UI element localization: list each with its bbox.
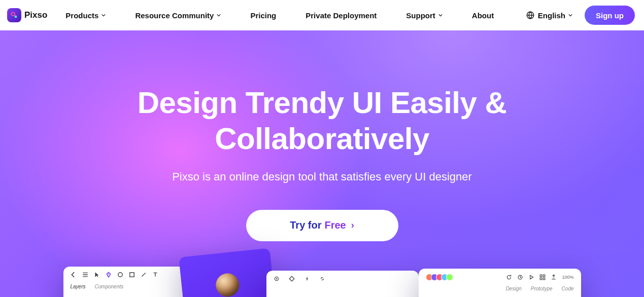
tab-layers: Layers: [71, 284, 86, 289]
nav-label: About: [472, 11, 494, 20]
nav-label: Pricing: [250, 11, 276, 20]
nav-about[interactable]: About: [472, 11, 494, 20]
hero-subtitle: Pixso is an online design tool that sati…: [0, 170, 644, 183]
component-icon: [289, 276, 295, 282]
hero-title-line2: Collaboratively: [215, 122, 429, 156]
menu-icon: [82, 272, 88, 278]
nav-items: Products Resource Community Pricing Priv…: [65, 11, 494, 20]
logo-icon: [7, 8, 21, 22]
sphere-graphic: [215, 272, 241, 297]
svg-point-4: [118, 273, 122, 277]
hero-title: Design Trendy UI Easily & Collaborativel…: [0, 30, 644, 157]
avatar: [436, 274, 443, 281]
avatar: [446, 274, 453, 281]
square-icon: [129, 272, 135, 278]
svg-point-8: [519, 275, 523, 279]
brand-name: Pixso: [24, 10, 47, 20]
collaborator-avatars: [426, 274, 453, 281]
svg-point-3: [108, 274, 109, 275]
globe-icon: [526, 11, 535, 20]
zoom-level: 100%: [562, 275, 573, 280]
pen-icon: [106, 272, 112, 278]
svg-rect-10: [544, 275, 546, 277]
nav-right: English Sign up: [526, 6, 635, 25]
svg-rect-11: [540, 278, 543, 280]
link-icon: [319, 276, 325, 282]
avatar: [441, 274, 448, 281]
mockup-right-toolbar: 100%: [506, 274, 573, 280]
chevron-left-icon: [71, 272, 77, 278]
text-icon: [152, 272, 158, 278]
nav-support[interactable]: Support: [406, 11, 443, 20]
svg-point-6: [275, 277, 278, 280]
bolt-icon: [304, 276, 310, 282]
mockup-mid-panel: UI Designer: [266, 271, 419, 297]
tab-components: Components: [95, 284, 124, 289]
svg-point-1: [15, 16, 17, 18]
nav-label: Support: [406, 11, 435, 20]
cta-text-2: Free: [325, 219, 346, 231]
mockup-mid-toolbar: [274, 276, 412, 282]
avatar: [431, 274, 438, 281]
chevron-down-icon: [101, 13, 106, 17]
chevron-down-icon: [438, 13, 443, 17]
signup-label: Sign up: [596, 11, 624, 20]
target-icon: [274, 276, 280, 282]
refresh-icon: [506, 274, 512, 280]
tab-code: Code: [562, 286, 574, 291]
top-nav: Pixso Products Resource Community Pricin…: [0, 0, 644, 30]
mockup-left-toolbar: [71, 272, 188, 278]
export-icon: [551, 274, 557, 280]
history-icon: [517, 274, 523, 280]
tab-prototype: Prototype: [531, 286, 553, 291]
avatar: [426, 274, 433, 281]
svg-rect-5: [129, 273, 133, 277]
nav-private-deployment[interactable]: Private Deployment: [306, 11, 377, 20]
language-selector[interactable]: English: [526, 11, 572, 20]
svg-rect-9: [540, 275, 543, 277]
cursor-icon: [94, 272, 100, 278]
play-icon: [491, 291, 496, 297]
hero-title-line1: Design Trendy UI Easily &: [138, 86, 507, 120]
nav-label: Products: [65, 11, 98, 20]
signup-button[interactable]: Sign up: [585, 6, 635, 25]
language-label: English: [538, 11, 565, 20]
line-icon: [141, 272, 147, 278]
chevron-down-icon: [568, 13, 572, 17]
play-icon: [528, 274, 534, 280]
nav-resource-community[interactable]: Resource Community: [135, 11, 221, 20]
mockup-right-tabs: Design Prototype Code: [426, 286, 574, 291]
mockup-preview: Layers Components UI Designer: [63, 236, 581, 297]
grid-icon: [539, 274, 546, 280]
mockup-right-panel: 100% Design Prototype Code: [419, 269, 581, 297]
nav-pricing[interactable]: Pricing: [250, 11, 276, 20]
mockup-left-panel: Layers Components: [63, 267, 195, 297]
nav-label: Private Deployment: [306, 11, 377, 20]
svg-rect-12: [544, 278, 546, 280]
tab-design: Design: [506, 286, 522, 291]
mockup-left-tabs: Layers Components: [71, 284, 188, 289]
chevron-right-icon: ›: [351, 220, 354, 231]
mockup-center-card: [179, 248, 276, 297]
svg-point-7: [276, 278, 277, 279]
cta-text-1: Try for: [290, 219, 321, 231]
hero-section: Design Trendy UI Easily & Collaborativel…: [0, 30, 644, 297]
brand-logo[interactable]: Pixso: [7, 8, 47, 22]
chevron-down-icon: [217, 13, 221, 17]
nav-products[interactable]: Products: [65, 11, 106, 20]
svg-point-0: [11, 12, 15, 16]
circle-icon: [117, 272, 123, 278]
try-for-free-button[interactable]: Try for Free ›: [246, 210, 398, 241]
nav-label: Resource Community: [135, 11, 214, 20]
